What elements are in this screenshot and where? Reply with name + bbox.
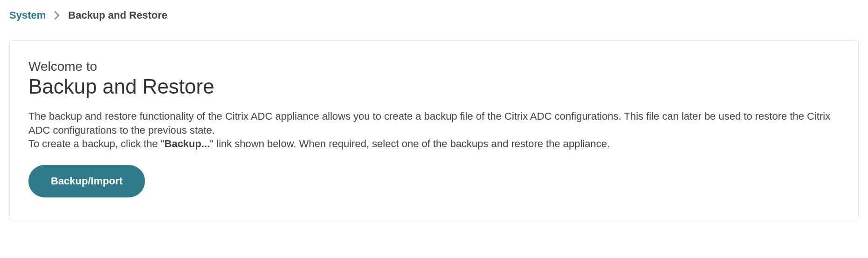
breadcrumb-current: Backup and Restore [68,9,167,21]
description-bold: Backup... [165,138,210,149]
main-panel: Welcome to Backup and Restore The backup… [9,40,859,220]
chevron-right-icon [54,11,60,20]
welcome-text: Welcome to [28,59,840,74]
description-text: The backup and restore functionality of … [28,109,840,151]
breadcrumb-link-system[interactable]: System [9,9,46,21]
backup-import-button[interactable]: Backup/Import [28,165,145,197]
description-line-2-pre: To create a backup, click the " [28,138,165,149]
description-line-2-post: " link shown below. When required, selec… [210,138,610,149]
description-line-1: The backup and restore functionality of … [28,110,830,136]
breadcrumb: System Backup and Restore [9,9,859,21]
page-title: Backup and Restore [28,75,840,98]
